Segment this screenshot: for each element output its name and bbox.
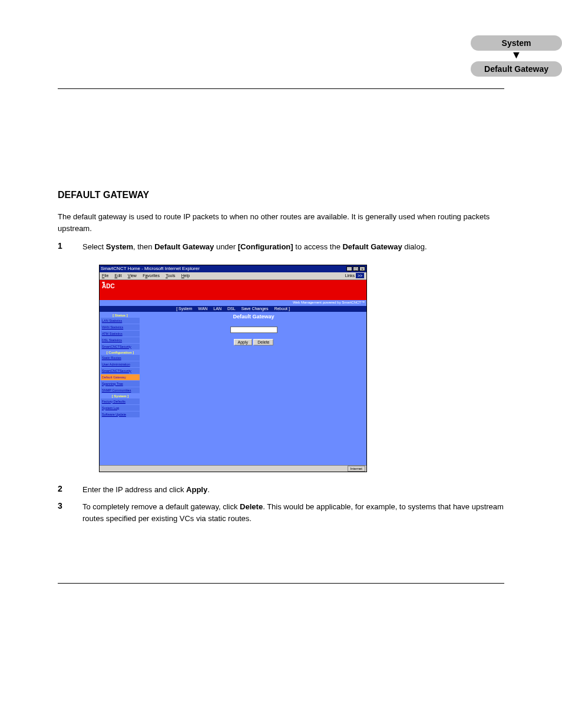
close-icon[interactable]: × <box>359 266 365 271</box>
screenshot: SmartCNCT Home - Microsoft Internet Expl… <box>99 265 367 472</box>
sidebar-item-lan-stats[interactable]: LAN Statistics <box>101 318 140 324</box>
bold: Default Gateway <box>154 242 214 251</box>
txt: to access the <box>293 242 343 251</box>
step-number: 2 <box>58 484 82 496</box>
step-text: Select System, then Default Gateway unde… <box>82 241 504 253</box>
menu-tools[interactable]: Tools <box>166 274 175 278</box>
arrow-down-icon: ▼ <box>471 51 562 61</box>
bold: Default Gateway <box>342 242 402 251</box>
maximize-icon[interactable]: □ <box>353 266 359 271</box>
app-subheader: Web Management powered by SmartCNCT™ <box>100 300 366 306</box>
menu-favorites[interactable]: Favorites <box>143 274 160 278</box>
sidebar-group-status: [ Status ] <box>101 313 140 318</box>
nav-reboot[interactable]: Reboot ] <box>274 307 289 311</box>
sidebar-item-dsl-stats[interactable]: DSL Statistics <box>101 337 140 343</box>
gateway-field <box>141 327 366 333</box>
step-2: 2 Enter the IP address and click Apply. <box>58 484 504 496</box>
sidebar-group-config: [ Configuration ] <box>101 350 140 355</box>
section-title: DEFAULT GATEWAY <box>58 190 504 200</box>
sidebar-item-factory-defaults[interactable]: Factory Defaults <box>101 398 140 404</box>
menus: File Edit View Favorites Tools Help <box>102 273 194 278</box>
txt: dialog. <box>402 242 427 251</box>
txt: , then <box>133 242 154 251</box>
minimize-icon[interactable]: _ <box>346 266 352 271</box>
bold: Delete <box>240 502 263 511</box>
apply-button[interactable]: Apply <box>234 339 253 345</box>
content-title: Default Gateway <box>141 314 366 319</box>
nav-save[interactable]: Save Changes <box>242 307 269 311</box>
nav-dsl[interactable]: DSL <box>227 307 236 311</box>
bold: [Configuration] <box>238 242 293 251</box>
sidebar-item-static-routes[interactable]: Static Routes <box>101 355 140 361</box>
app-main: [ Status ] LAN Statistics WAN Statistics… <box>100 312 366 465</box>
sidebar-item-system-log[interactable]: System Log <box>101 405 140 411</box>
step-text: To completely remove a default gateway, … <box>82 501 504 524</box>
txt: Select <box>82 242 106 251</box>
nav-system[interactable]: [ System <box>176 307 192 311</box>
menu-file[interactable]: File <box>102 274 108 278</box>
logo-text: ADC <box>102 283 115 289</box>
step-1: 1 Select System, then Default Gateway un… <box>58 241 504 253</box>
sidebar-item-user-admin[interactable]: User Administration <box>101 361 140 367</box>
sidebar-item-snmp[interactable]: SNMP Communities <box>101 387 140 393</box>
ie-statusbar: Internet <box>100 465 366 472</box>
sidebar-item-security-2[interactable]: SmartCNCTSecurity <box>101 368 140 374</box>
sidebar-group-system: [ System ] <box>101 394 140 398</box>
app-topnav: [ System WAN LAN DSL Save Changes Reboot… <box>100 306 366 312</box>
sidebar-item-software-update[interactable]: Software Update <box>101 411 140 417</box>
sidebar-item-security-1[interactable]: SmartCNCTSecurity <box>101 344 140 350</box>
ie-window: SmartCNCT Home - Microsoft Internet Expl… <box>99 265 367 472</box>
nav-wan[interactable]: WAN <box>198 307 207 311</box>
go-button[interactable]: >> <box>356 273 364 278</box>
page-header-divider <box>58 88 504 107</box>
txt: To completely remove a default gateway, … <box>82 502 240 511</box>
window-title: SmartCNCT Home - Microsoft Internet Expl… <box>101 266 200 271</box>
menu-help[interactable]: Help <box>181 274 190 278</box>
button-row: Apply Delete <box>141 339 366 345</box>
status-zone: Internet <box>348 466 365 472</box>
txt: . <box>207 485 210 494</box>
menu-edit[interactable]: Edit <box>115 274 122 278</box>
breadcrumb: System ▼ Default Gateway <box>471 35 562 77</box>
txt: Enter the IP address and click <box>82 485 186 494</box>
links-area: Links >> <box>345 273 364 278</box>
sidebar-item-wan-stats[interactable]: WAN Statistics <box>101 324 140 330</box>
sidebar-item-atm-stats[interactable]: ATM Statistics <box>101 331 140 337</box>
app-content: Default Gateway Apply Delete <box>141 312 366 465</box>
step-text: Enter the IP address and click Apply. <box>82 484 504 496</box>
bold: System <box>106 242 133 251</box>
step-3: 3 To completely remove a default gateway… <box>58 501 504 524</box>
window-buttons: _ □ × <box>346 266 365 271</box>
ie-menubar: File Edit View Favorites Tools Help Link… <box>100 272 366 280</box>
links-label[interactable]: Links <box>345 274 355 278</box>
delete-button[interactable]: Delete <box>253 339 273 345</box>
step-number: 3 <box>58 501 82 524</box>
gateway-input[interactable] <box>230 327 277 333</box>
page-footer-divider <box>58 583 504 595</box>
app-logo-bar: ''' ADC <box>100 280 366 300</box>
step-number: 1 <box>58 241 82 253</box>
intro-text: The default gateway is used to route IP … <box>58 211 504 234</box>
sidebar-item-default-gateway[interactable]: Default Gateway <box>101 374 140 380</box>
bold: Apply <box>186 485 207 494</box>
txt: under <box>214 242 237 251</box>
app-sidebar: [ Status ] LAN Statistics WAN Statistics… <box>100 312 141 465</box>
menu-view[interactable]: View <box>128 274 137 278</box>
ie-titlebar: SmartCNCT Home - Microsoft Internet Expl… <box>100 265 366 272</box>
nav-lan[interactable]: LAN <box>213 307 222 311</box>
breadcrumb-default-gateway: Default Gateway <box>471 61 562 77</box>
sidebar-item-spanning-tree[interactable]: Spanning Tree <box>101 381 140 387</box>
